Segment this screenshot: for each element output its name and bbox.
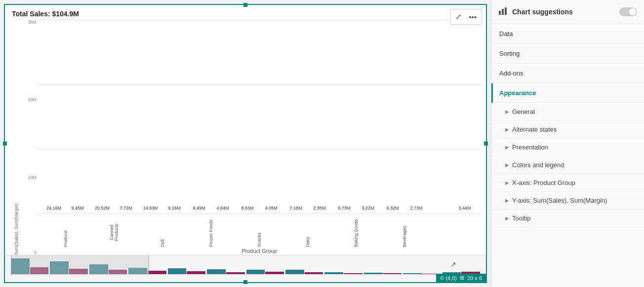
panel-nav: Data Sorting Add-ons Appearance ▶ Genera… — [491, 24, 644, 227]
chart-plot-area: Sum(Sales), Sum(Margin) 30M 20M 10M 0 — [10, 20, 481, 255]
nav-label-data: Data — [499, 30, 513, 37]
y-axis-label: Sum(Sales), Sum(Margin) — [11, 20, 20, 255]
chart-area: ⤢ ••• Total Sales: $104.9M Sum(Sales), S… — [0, 0, 491, 287]
properties-panel: Chart suggestions Data Sorting Add-ons A… — [491, 0, 644, 287]
mini-chart: © (4,0) ⊞ 20 x 6 ↗ — [5, 255, 486, 282]
svg-rect-2 — [505, 7, 507, 15]
mini-bar-group-9 — [324, 272, 362, 274]
bar-group-deli: 14.63M 6.16M — [139, 20, 186, 214]
nav-section-y-axis[interactable]: ▶ Y-axis: Sum(Sales), Sum(Margin) — [491, 192, 644, 210]
anchor-right[interactable] — [484, 142, 488, 145]
chart-inner: 24.16M 9.45M — [38, 20, 481, 255]
nav-section-tooltip[interactable]: ▶ Tooltip — [491, 210, 644, 227]
expand-button[interactable]: ⤢ — [453, 11, 464, 22]
chevron-x-axis: ▶ — [505, 180, 509, 185]
bar-group-produce: 24.16M 9.45M — [42, 20, 89, 214]
nav-label-addons: Add-ons — [499, 70, 523, 77]
nav-item-sorting[interactable]: Sorting — [491, 44, 644, 64]
section-label-alt-states: Alternate states — [512, 126, 557, 133]
status-grid-size: 20 x 6 — [467, 275, 482, 281]
bars-container: 24.16M 9.45M — [38, 20, 481, 214]
nav-section-presentation[interactable]: ▶ Presentation — [491, 139, 644, 156]
bar-group-snacks: 8.63M 4.05M — [236, 20, 282, 214]
more-options-button[interactable]: ••• — [467, 11, 479, 22]
anchor-top[interactable] — [243, 3, 247, 7]
chart-container: ⤢ ••• Total Sales: $104.9M Sum(Sales), S… — [4, 4, 487, 283]
cursor-indicator: ↗ — [450, 260, 456, 268]
section-label-colors-legend: Colors and legend — [512, 161, 564, 169]
chevron-y-axis: ▶ — [505, 198, 509, 203]
chevron-colors-legend: ▶ — [505, 162, 509, 168]
section-label-x-axis: X-axis: Product Group — [512, 179, 575, 186]
mini-chart-selection[interactable] — [11, 255, 149, 275]
nav-section-x-axis[interactable]: ▶ X-axis: Product Group — [491, 174, 644, 192]
chevron-presentation: ▶ — [505, 144, 509, 150]
mini-bar-group-11 — [403, 273, 441, 274]
gridlines-and-bars: 24.16M 9.45M — [38, 20, 481, 214]
svg-rect-1 — [502, 9, 504, 15]
panel-header: Chart suggestions — [491, 0, 644, 24]
status-position: © (4,0) — [440, 275, 457, 281]
mini-bar-group-7 — [246, 270, 284, 274]
svg-rect-0 — [499, 11, 501, 15]
nav-item-addons[interactable]: Add-ons — [491, 64, 644, 83]
section-label-general: General — [512, 108, 535, 115]
nav-section-general[interactable]: ▶ General — [491, 103, 644, 121]
section-label-y-axis: Y-axis: Sum(Sales), Sum(Margin) — [512, 197, 607, 204]
bar-group-dairy: 7.18M 2.35M — [284, 20, 331, 214]
chart-main: Sum(Sales), Sum(Margin) 30M 20M 10M 0 — [5, 20, 486, 255]
nav-label-sorting: Sorting — [499, 50, 520, 57]
bar-group-last: 3.44M — [430, 20, 476, 214]
chart-title: Total Sales: $104.9M — [5, 5, 486, 20]
nav-label-appearance: Appearance — [499, 89, 536, 97]
nav-section-colors-legend[interactable]: ▶ Colors and legend — [491, 156, 644, 174]
panel-header-title: Chart suggestions — [512, 8, 615, 16]
section-label-tooltip: Tooltip — [512, 215, 531, 222]
mini-bar-group-5 — [168, 268, 205, 274]
chart-toolbar: ⤢ ••• — [450, 9, 482, 25]
bar-group-baking: 6.73M 3.22M — [333, 20, 379, 214]
mini-bar-group-8 — [285, 270, 323, 274]
x-axis-title: Product Group — [38, 247, 481, 255]
anchor-bottom[interactable] — [243, 280, 247, 284]
nav-item-data[interactable]: Data — [491, 24, 644, 44]
chart-status-bar: © (4,0) ⊞ 20 x 6 — [436, 274, 486, 282]
x-axis-labels: Produce Canned Products Deli Frozen Food… — [38, 217, 481, 247]
bar-group-canned: 20.52M 7.72M — [91, 20, 137, 214]
status-grid-icon: ⊞ — [460, 275, 464, 281]
anchor-left[interactable] — [3, 142, 7, 145]
mini-chart-content — [5, 255, 486, 275]
mini-bar-group-10 — [364, 273, 402, 274]
chevron-tooltip: ▶ — [505, 215, 509, 221]
chevron-general: ▶ — [505, 109, 509, 114]
mini-bar-group-6 — [207, 269, 244, 274]
nav-section-alt-states[interactable]: ▶ Alternate states — [491, 121, 644, 139]
y-axis-ticks: 30M 20M 10M 0 — [20, 20, 38, 255]
chevron-alt-states: ▶ — [505, 127, 509, 132]
section-label-presentation: Presentation — [512, 144, 548, 151]
bar-group-frozen: 9.49M 4.64M — [188, 20, 234, 214]
gridline-0 — [38, 214, 481, 214]
bar-group-beverages: 6.32M 2.73M — [381, 20, 428, 214]
chart-suggestions-toggle[interactable] — [619, 7, 637, 16]
chart-suggestions-icon — [498, 6, 508, 18]
nav-item-appearance[interactable]: Appearance — [491, 83, 644, 103]
